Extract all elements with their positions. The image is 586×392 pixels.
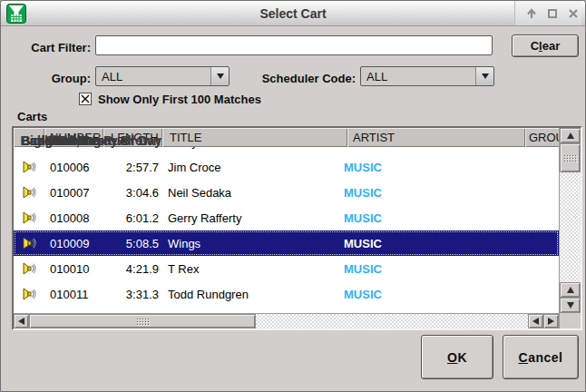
vertical-scroll-thumb[interactable] bbox=[560, 143, 581, 172]
cart-group: MUSIC bbox=[340, 147, 416, 154]
window-controls bbox=[514, 1, 581, 25]
cart-group: MUSIC bbox=[340, 230, 416, 256]
column-header-group[interactable]: GROUP bbox=[525, 128, 559, 147]
cart-row[interactable]: 010007 3:04.6 Bad Blood Neil Sedaka MUSI… bbox=[14, 180, 559, 205]
horizontal-scrollbar[interactable] bbox=[14, 313, 559, 328]
cart-group: MUSIC bbox=[340, 180, 416, 205]
cart-row[interactable]: 010008 6:01.2 Baker Street Gerry Raffert… bbox=[14, 205, 559, 230]
shade-icon bbox=[525, 7, 538, 20]
scheduler-selected-value: ALL bbox=[361, 67, 475, 85]
cart-number: 010011 bbox=[44, 281, 103, 307]
cart-row[interactable]: 010010 4:21.9 Bang A Gong T Rex MUSIC bbox=[14, 256, 559, 281]
chevron-down-icon bbox=[217, 74, 224, 79]
cancel-button[interactable]: Cancel bbox=[503, 335, 579, 379]
cart-length: 5:08.5 bbox=[103, 230, 162, 256]
scheduler-code-label: Scheduler Code: bbox=[233, 72, 356, 85]
scroll-right-button[interactable] bbox=[543, 314, 559, 328]
maximize-icon bbox=[546, 7, 559, 20]
scroll-left-button[interactable] bbox=[14, 314, 29, 328]
group-select[interactable]: ALL bbox=[95, 66, 230, 86]
speaker-icon bbox=[22, 287, 36, 301]
speaker-icon bbox=[22, 185, 36, 200]
group-label: Group: bbox=[19, 72, 91, 85]
thumb-grip bbox=[136, 318, 150, 326]
scheduler-code-select[interactable]: ALL bbox=[360, 66, 494, 86]
scroll-up-icon bbox=[567, 132, 574, 139]
cart-artist: Neil Sedaka bbox=[162, 180, 340, 205]
cart-title: Big Shot bbox=[14, 147, 199, 153]
cart-group: MUSIC bbox=[340, 281, 416, 307]
vertical-scroll-track[interactable] bbox=[560, 172, 581, 282]
scroll-up-icon bbox=[567, 287, 574, 293]
cart-length: 2:57.7 bbox=[103, 154, 162, 180]
horizontal-scroll-track[interactable] bbox=[256, 314, 528, 328]
cart-number: 010010 bbox=[44, 256, 103, 281]
ok-button[interactable]: OK bbox=[421, 335, 493, 379]
close-button[interactable] bbox=[564, 5, 581, 22]
scroll-left-icon bbox=[18, 318, 24, 325]
cart-row[interactable]: 010006 2:57.7 Bad, Bad, Leroy Brown Jim … bbox=[14, 154, 559, 180]
group-dropdown-button[interactable] bbox=[210, 67, 229, 85]
checkmark-x-icon bbox=[81, 94, 90, 103]
speaker-icon bbox=[22, 160, 36, 174]
group-selected-value: ALL bbox=[96, 67, 210, 85]
column-header-artist[interactable]: ARTIST bbox=[347, 128, 525, 147]
cart-number: 010007 bbox=[44, 180, 103, 205]
cart-length: 3:31.3 bbox=[103, 281, 162, 307]
cart-number: 010008 bbox=[44, 205, 103, 230]
cart-artist: Gerry Rafferty bbox=[162, 205, 340, 230]
maximize-button[interactable] bbox=[543, 5, 561, 22]
scroll-down-button[interactable] bbox=[560, 298, 581, 313]
thumb-grip bbox=[563, 154, 577, 162]
cart-number: 010006 bbox=[44, 154, 103, 180]
cart-group: MUSIC bbox=[340, 205, 416, 230]
cart-length: 2:54.7 bbox=[103, 307, 162, 313]
window-title: Select Cart bbox=[1, 1, 585, 26]
scroll-up-button-2[interactable] bbox=[560, 282, 581, 298]
show-first-100-checkbox[interactable] bbox=[79, 93, 92, 105]
select-cart-dialog: Select Cart Cart Filter: Clear Group: AL… bbox=[0, 0, 586, 392]
cart-artist: Todd Rundgren bbox=[162, 281, 340, 307]
shade-button[interactable] bbox=[523, 5, 540, 22]
vertical-scrollbar[interactable] bbox=[560, 128, 581, 313]
horizontal-scroll-thumb[interactable] bbox=[29, 314, 256, 328]
scroll-left-icon bbox=[532, 318, 539, 325]
cart-row[interactable]: 010011 3:31.3 Bang The Drum All Day Todd… bbox=[14, 281, 559, 307]
cart-number: 010012 bbox=[44, 307, 103, 313]
scheduler-dropdown-button[interactable] bbox=[475, 67, 493, 85]
carts-table-body: 010005 3:08.8 Backstabbers O'Jays MUSIC … bbox=[14, 147, 559, 313]
close-icon bbox=[567, 7, 580, 20]
cart-filter-input[interactable] bbox=[95, 35, 493, 55]
speaker-icon bbox=[22, 236, 36, 250]
cart-length: 4:21.9 bbox=[103, 256, 162, 281]
scroll-right-icon bbox=[548, 318, 554, 325]
cart-number: 010009 bbox=[44, 230, 103, 256]
cart-group: MUSIC bbox=[340, 256, 416, 281]
cart-length: 3:04.6 bbox=[103, 180, 162, 205]
scroll-down-icon bbox=[567, 302, 574, 309]
speaker-icon bbox=[22, 211, 36, 225]
carts-section-label: Carts bbox=[17, 110, 47, 123]
cart-artist: Jim Croce bbox=[162, 154, 340, 180]
cart-group: MUSIC bbox=[340, 307, 416, 313]
scrollbar-corner bbox=[560, 313, 581, 328]
cart-length: 6:01.2 bbox=[103, 205, 162, 230]
scroll-up-button[interactable] bbox=[560, 128, 581, 143]
scroll-left-button-2[interactable] bbox=[528, 314, 543, 328]
titlebar[interactable]: Select Cart bbox=[1, 1, 585, 26]
clear-button[interactable]: Clear bbox=[512, 34, 579, 57]
cart-row[interactable]: 010012 2:54.7 Big Shot Billy Joel MUSIC bbox=[14, 307, 559, 313]
carts-table: NUMBER LENGTH TITLE ARTIST GROUP 010005 … bbox=[12, 126, 582, 330]
show-first-100-label: Show Only First 100 Matches bbox=[98, 93, 261, 106]
speaker-icon bbox=[22, 261, 36, 276]
chevron-down-icon bbox=[482, 74, 489, 79]
cart-row[interactable]: 010009 5:08.5 Band On The Run Wings MUSI… bbox=[14, 230, 559, 256]
cart-filter-label: Cart Filter: bbox=[19, 41, 91, 54]
cart-artist: Wings bbox=[162, 230, 340, 256]
cart-artist: T Rex bbox=[162, 256, 340, 281]
cart-artist: Billy Joel bbox=[162, 307, 340, 313]
cart-group: MUSIC bbox=[340, 154, 416, 180]
